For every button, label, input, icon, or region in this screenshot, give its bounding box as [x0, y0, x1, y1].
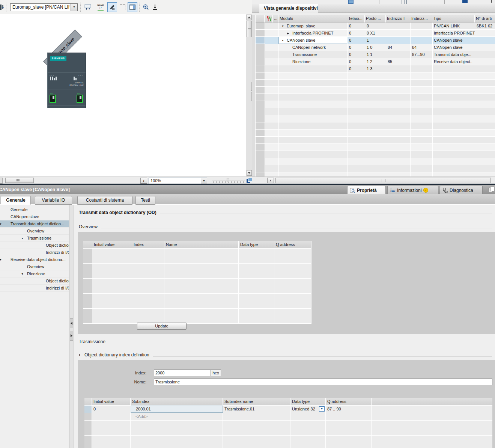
- cell-modulo[interactable]: Ricezione: [292, 58, 310, 65]
- header-indirizzo-q: Indirizz...: [410, 15, 432, 23]
- scroll-down-button[interactable]: [247, 170, 252, 176]
- nav-item-trasmissione[interactable]: ▼ Trasmissione: [0, 235, 69, 242]
- toolbar-fragment: [402, 0, 402, 4]
- nav-item-receive-od[interactable]: ▼ Receive data object dictiona...: [0, 256, 69, 263]
- expand-arrow[interactable]: ▼: [281, 23, 284, 30]
- expand-statusbar-button[interactable]: ›: [140, 178, 147, 184]
- device-module-image[interactable]: SIEMENS ••• ••• SIMATIC PN/CAN LINK ▪▪▪ …: [47, 53, 86, 108]
- expand-arrow[interactable]: ▼: [0, 256, 2, 263]
- update-button[interactable]: Update: [137, 323, 187, 330]
- cell-modulo[interactable]: Interfaccia PROFINET: [292, 30, 333, 37]
- triangle-right-icon: [71, 334, 72, 337]
- table-row: [83, 309, 311, 316]
- split-panel-button[interactable]: [128, 2, 137, 12]
- tab-testi[interactable]: Testi: [135, 196, 155, 205]
- measure-address-button[interactable]: [83, 2, 93, 12]
- expand-arrow[interactable]: ▼: [281, 37, 284, 44]
- nav-item-indirizzi-io-2[interactable]: Indirizzi di I/O: [0, 285, 69, 292]
- subindex-row[interactable]: 0 2000.01 Trasmissione.01 Unsigned 32 ▼ …: [84, 406, 492, 413]
- cell-posto: 1 3: [367, 65, 372, 72]
- expand-arrow[interactable]: ▼: [21, 235, 24, 242]
- fit-to-screen-icon[interactable]: [246, 177, 252, 184]
- nav-splitter[interactable]: [69, 205, 74, 448]
- add-entry-cell[interactable]: <Add>: [131, 413, 223, 420]
- zoom-level-dropdown[interactable]: 100% ▼: [149, 178, 207, 184]
- nome-input[interactable]: [154, 379, 492, 385]
- tab-proprieta[interactable]: Proprietà: [347, 186, 386, 194]
- device-selector-dropdown[interactable]: Euromap_slave [PN/CAN LINK ▼: [10, 3, 78, 11]
- cell-modulo[interactable]: CANopen network: [292, 44, 326, 51]
- show-names-button[interactable]: NAME ↵: [96, 2, 105, 12]
- heading-rule: [109, 343, 492, 343]
- header-index: Index: [132, 241, 164, 248]
- scrollbar-thumb[interactable]: [275, 178, 491, 183]
- properties-nav-tree: Generale CANopen slave ▼ Transmit data o…: [0, 205, 69, 448]
- zoom-slider[interactable]: [212, 178, 245, 184]
- scroll-left-button[interactable]: ‹: [267, 178, 274, 183]
- nav-item-transmit-od[interactable]: ▼ Transmit data object diction...: [0, 220, 69, 228]
- chevron-right-icon[interactable]: ›: [79, 352, 80, 357]
- info-badge-icon: i: [423, 188, 428, 193]
- cell-indirizzo-i: 85: [388, 58, 392, 65]
- nav-item-ricezione[interactable]: ▼ Ricezione: [0, 270, 69, 278]
- cell-q-address[interactable]: 87 .. 90: [326, 406, 372, 413]
- nav-collapse-handle[interactable]: [70, 318, 73, 328]
- edit-view-button[interactable]: [107, 2, 117, 12]
- cell-indirizzo-q: 84: [412, 44, 417, 51]
- tab-variabile-io[interactable]: Variabile IO: [35, 196, 72, 205]
- cell-modulo[interactable]: Trasmissione: [292, 51, 317, 58]
- tab-diagnostica[interactable]: Diagnostica: [440, 186, 483, 194]
- cell-subindex-name[interactable]: Trasmissione.01: [223, 406, 290, 413]
- nav-item-od-index-2[interactable]: Object dictionary index...: [0, 278, 69, 285]
- nav-expand-handle[interactable]: [70, 331, 73, 341]
- cell-initial-value[interactable]: 0: [92, 406, 131, 413]
- cell-modulo[interactable]: Euromap_slave: [287, 23, 315, 30]
- overview-table-body: ▼ Euromap_slave 0 0 PN/CAN LINK 6BK1 62 …: [252, 23, 495, 176]
- nav-item-od-index[interactable]: Object dictionary index...: [0, 242, 69, 249]
- heading-rule: [101, 228, 492, 228]
- zoom-button[interactable]: [141, 2, 151, 12]
- chevron-down-icon[interactable]: ▼: [201, 178, 207, 184]
- tab-generale[interactable]: Generale: [1, 196, 31, 205]
- tab-device-overview[interactable]: Vista generale dispositivi: [259, 4, 318, 13]
- network-view-icon-fragment[interactable]: [0, 4, 5, 13]
- chevron-down-icon[interactable]: ▼: [71, 4, 77, 11]
- overview-horizontal-scrollbar[interactable]: ‹: [252, 176, 495, 184]
- cell-telaio: 0: [349, 37, 351, 44]
- grid-view-button[interactable]: [117, 2, 127, 12]
- tab-costanti-di-sistema[interactable]: Costanti di sistema: [77, 196, 132, 205]
- scroll-up-button[interactable]: [247, 15, 252, 20]
- toolbar-fragment: [404, 0, 405, 4]
- hex-suffix: hex: [211, 370, 221, 376]
- properties-pane: CANopen slave [CANopen Slave] Proprietà …: [0, 185, 495, 448]
- cell-subindex[interactable]: 2000.01: [131, 406, 223, 413]
- nav-item-overview[interactable]: Overview: [0, 228, 69, 235]
- diagnostics-icon: [442, 188, 448, 193]
- device-view-horizontal-scrollbar[interactable]: [5, 178, 34, 183]
- header-gutter: [84, 398, 92, 405]
- cell-tipo: Transmit data obje...: [434, 51, 471, 58]
- expand-arrow[interactable]: ▼: [0, 220, 2, 228]
- nav-item-indirizzi-io[interactable]: Indirizzi di I/O: [0, 249, 69, 256]
- datatype-dropdown-button[interactable]: ▼: [319, 406, 325, 412]
- cell-modulo-selected[interactable]: CANopen slave: [287, 37, 315, 44]
- scrollbar-thumb[interactable]: [247, 21, 252, 37]
- slider-thumb[interactable]: [227, 178, 229, 182]
- add-subindex-row[interactable]: <Add>: [84, 413, 492, 421]
- cell-data-type[interactable]: Unsigned 32 ▼: [290, 406, 326, 413]
- tab-diagnostica-label: Diagnostica: [450, 188, 473, 193]
- index-input[interactable]: [154, 370, 211, 376]
- device-view-toolbar: Euromap_slave [PN/CAN LINK ▼ NAME ↵: [0, 0, 252, 14]
- od-index-panel: Index: hex Nome: Initial value Subindex …: [78, 360, 495, 448]
- expand-arrow[interactable]: ▼: [21, 270, 24, 278]
- wrench-fork-icon: [267, 16, 272, 21]
- nav-item-overview-2[interactable]: Overview: [0, 263, 69, 270]
- svg-text:i: i: [390, 188, 392, 193]
- cell-indirizzo-i: 84: [388, 44, 392, 51]
- tab-informazioni[interactable]: i Informazioni i: [387, 186, 438, 194]
- nav-item-generale[interactable]: Generale: [0, 206, 69, 213]
- float-panel-icon[interactable]: [488, 187, 493, 192]
- expand-arrow[interactable]: ▶: [287, 30, 289, 37]
- nav-item-canopen-slave[interactable]: CANopen slave: [0, 213, 69, 220]
- import-layout-button[interactable]: [150, 2, 160, 12]
